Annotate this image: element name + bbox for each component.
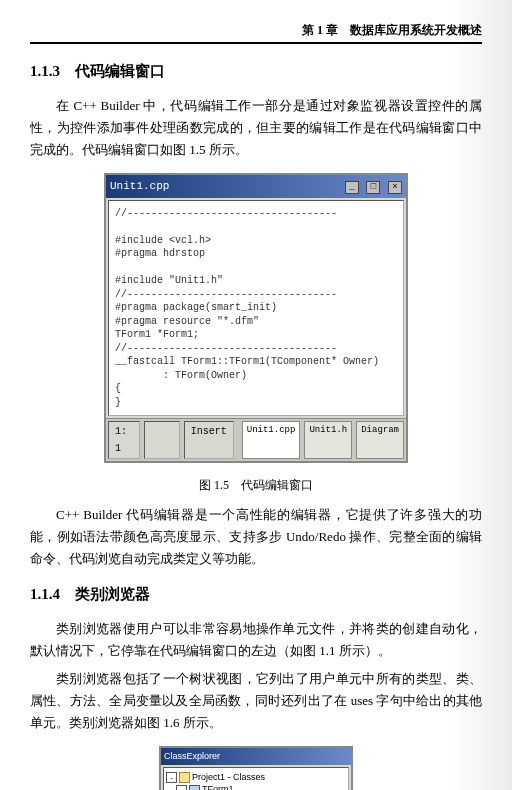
- window-title: Unit1.cpp: [110, 177, 169, 196]
- explorer-title: ClassExplorer: [161, 748, 351, 765]
- para-113-2: C++ Builder 代码编辑器是一个高性能的编辑器，它提供了许多强大的功能，…: [30, 504, 482, 570]
- status-bar: 1: 1 Insert Unit1.cpp Unit1.h Diagram: [106, 418, 406, 461]
- figure-1-5: Unit1.cpp _ □ × //----------------------…: [30, 173, 482, 463]
- code-text-area[interactable]: //----------------------------------- #i…: [108, 200, 404, 417]
- para-113-1: 在 C++ Builder 中，代码编辑工作一部分是通过对象监视器设置控件的属性…: [30, 95, 482, 161]
- collapse-icon[interactable]: -: [166, 772, 177, 783]
- para-114-1: 类别浏览器使用户可以非常容易地操作单元文件，并将类的创建自动化，默认情况下，它停…: [30, 618, 482, 662]
- chapter-header: 第 1 章 数据库应用系统开发概述: [30, 20, 482, 44]
- folder-icon: [179, 772, 190, 783]
- status-blank: [144, 421, 180, 459]
- class-explorer-window: ClassExplorer -Project1 - Classes -TForm…: [159, 746, 353, 790]
- collapse-icon[interactable]: -: [176, 785, 187, 790]
- window-titlebar: Unit1.cpp _ □ ×: [106, 175, 406, 198]
- tab-unit1-h[interactable]: Unit1.h: [304, 421, 352, 459]
- tab-diagram[interactable]: Diagram: [356, 421, 404, 459]
- maximize-icon[interactable]: □: [366, 181, 380, 194]
- class-tree[interactable]: -Project1 - Classes -TForm1 TButton *But…: [163, 767, 349, 790]
- tab-unit1-cpp[interactable]: Unit1.cpp: [242, 421, 301, 459]
- code-editor-window: Unit1.cpp _ □ × //----------------------…: [104, 173, 408, 463]
- edit-mode: Insert: [184, 421, 234, 459]
- figure-1-6: ClassExplorer -Project1 - Classes -TForm…: [30, 746, 482, 790]
- cursor-position: 1: 1: [108, 421, 140, 459]
- section-heading-113: 1.1.3 代码编辑窗口: [30, 59, 482, 85]
- section-heading-114: 1.1.4 类别浏览器: [30, 582, 482, 608]
- figure-1-5-caption: 图 1.5 代码编辑窗口: [30, 475, 482, 495]
- tree-class-tform1[interactable]: -TForm1: [166, 783, 346, 790]
- tree-root[interactable]: -Project1 - Classes: [166, 771, 346, 783]
- minimize-icon[interactable]: _: [345, 181, 359, 194]
- para-114-2: 类别浏览器包括了一个树状视图，它列出了用户单元中所有的类型、类、属性、方法、全局…: [30, 668, 482, 734]
- window-controls: _ □ ×: [344, 177, 402, 196]
- class-icon: [189, 785, 200, 790]
- close-icon[interactable]: ×: [388, 181, 402, 194]
